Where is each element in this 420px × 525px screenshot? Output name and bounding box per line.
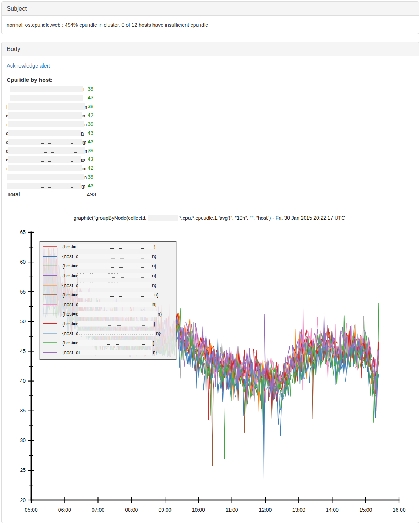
svg-text:}: } [154,244,156,249]
svg-text:n}: n} [152,302,157,307]
svg-text:11:00: 11:00 [226,507,238,513]
svg-text:n}: n} [156,331,161,336]
svg-text:20: 20 [20,497,26,503]
svg-text:65: 65 [20,229,26,235]
svg-text:{host=c: {host=c [62,331,78,336]
svg-text:{host=: {host= [62,244,76,249]
svg-text:{host=c: {host=c [62,321,78,327]
svg-text:{host=c: {host=c [62,263,78,269]
svg-text:}: } [153,340,155,346]
svg-text:{host=c: {host=c [62,254,78,259]
svg-text:12:00: 12:00 [259,507,272,513]
svg-text:09:00: 09:00 [159,507,172,513]
svg-text:15:00: 15:00 [359,507,372,513]
svg-text:{host=c: {host=c [62,282,78,288]
svg-text:n}: n} [152,282,156,288]
svg-text:25: 25 [20,467,26,473]
svg-text:}: } [154,321,155,327]
svg-text:n}: n} [153,350,157,355]
svg-text:n}: n} [152,263,156,269]
svg-text:{host=c: {host=c [62,340,78,346]
svg-text:{host=c: {host=c [62,273,78,278]
svg-text:08:00: 08:00 [125,507,138,513]
svg-text:{host=d: {host=d [62,302,78,307]
svg-text:30: 30 [20,437,26,443]
svg-text:graphite("groupByNode(collectd: graphite("groupByNode(collectd. [74,215,147,221]
svg-text:n}: n} [154,292,159,298]
svg-text:{host=c: {host=c [62,292,78,298]
svg-text:10:00: 10:00 [192,507,205,513]
svg-text:*.cpu.*.cpu.idle,1,'avg')", "1: *.cpu.*.cpu.idle,1,'avg')", "10h", "", "… [179,215,345,221]
svg-text:45: 45 [20,348,26,354]
svg-text:n}: n} [158,311,162,317]
svg-text:40: 40 [20,378,26,384]
svg-text:06:00: 06:00 [58,507,71,513]
svg-text:05:00: 05:00 [25,507,37,513]
svg-text:13:00: 13:00 [292,507,305,513]
svg-text:07:00: 07:00 [92,507,104,513]
svg-text:50: 50 [20,318,26,324]
svg-text:{host=d: {host=d [62,311,78,317]
svg-text:16:00: 16:00 [393,507,405,513]
svg-text:60: 60 [20,259,26,265]
svg-text:n}: n} [152,254,156,259]
svg-text:14:00: 14:00 [326,507,339,513]
svg-text:55: 55 [20,289,26,295]
svg-text:{host=dl: {host=dl [62,350,80,355]
svg-text:35: 35 [20,408,26,413]
svg-text:n}: n} [152,273,156,278]
